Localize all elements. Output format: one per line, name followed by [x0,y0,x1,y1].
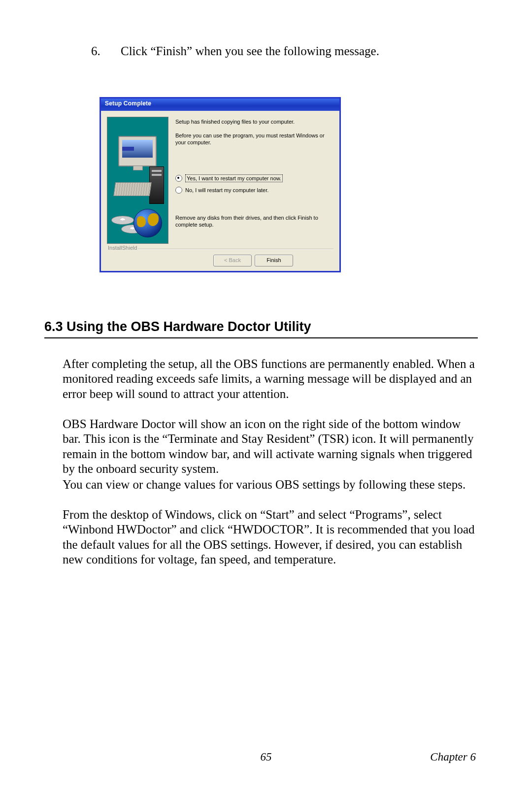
restart-radio-group: Yes, I want to restart my computer now. … [175,173,333,195]
radio-icon [175,175,182,182]
dialog-footer: InstallShield < Back Finish [101,248,339,269]
dialog-body: Setup has finished copying files to your… [101,111,339,248]
paragraph: From the desktop of Windows, click on “S… [63,507,478,567]
radio-label: Yes, I want to restart my computer now. [185,174,283,182]
divider [107,249,333,250]
step-number: 6. [91,44,121,58]
dialog-line-3: Remove any disks from their drives, and … [175,215,333,229]
radio-restart-now[interactable]: Yes, I want to restart my computer now. [175,173,333,183]
setup-complete-dialog: Setup Complete Setup has finished copyin… [100,97,341,272]
step-text: Click “Finish” when you see the followin… [121,44,473,58]
installshield-label: InstallShield [107,245,138,251]
step-6: 6. Click “Finish” when you see the follo… [91,44,473,58]
paragraph: OBS Hardware Doctor will show an icon on… [63,417,478,476]
chapter-label: Chapter 6 [430,751,476,764]
finish-button[interactable]: Finish [255,255,293,266]
section-heading-6-3: 6.3 Using the OBS Hardware Doctor Utilit… [44,319,478,338]
radio-icon [175,187,182,194]
installer-art-icon [107,117,168,244]
document-page: 6. Click “Finish” when you see the follo… [0,0,532,797]
paragraph: After completing the setup, all the OBS … [63,357,478,401]
back-button: < Back [213,255,252,266]
paragraph: You can view or change values for variou… [63,477,478,492]
radio-label: No, I will restart my computer later. [185,187,268,193]
dialog-text-area: Setup has finished copying files to your… [175,117,333,245]
radio-restart-later[interactable]: No, I will restart my computer later. [175,185,333,195]
dialog-line-1: Setup has finished copying files to your… [175,119,331,126]
dialog-line-2: Before you can use the program, you must… [175,133,331,146]
dialog-titlebar: Setup Complete [101,99,339,111]
